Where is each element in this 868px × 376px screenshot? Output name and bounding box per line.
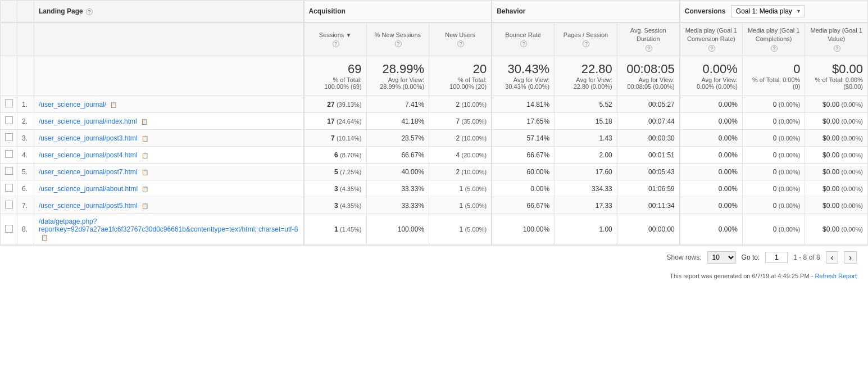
new-users-help-icon[interactable]: ? [457,40,464,47]
row-sessions-2: 7 (10.14%) [304,130,367,147]
analytics-table: Landing Page ? Acquisition Behavior Conv… [0,0,868,245]
summary-sessions: 69 % of Total: 100.00% (69) [304,56,367,96]
row-sessions-0: 27 (39.13%) [304,96,367,113]
sessions-sort-icon[interactable]: ▼ [346,31,351,39]
row-pct-new-1: 41.18% [366,113,429,130]
summary-sessions-sub: % of Total: 100.00% (69) [309,76,362,90]
row-checkbox-2[interactable] [5,133,13,141]
pct-new-help-icon[interactable]: ? [395,40,402,47]
col-num-header [17,22,34,56]
row-checkbox-1[interactable] [5,116,13,124]
pct-new-col-label: % New Sessions [375,31,421,38]
row-landing-7: /data/getpage.php?reportkey=92d97a27ae1f… [34,214,304,245]
landing-page-link-7[interactable]: /data/getpage.php?reportkey=92d97a27ae1f… [39,218,298,233]
copy-icon-0[interactable]: 📋 [110,102,117,108]
col-pages-header: Pages / Session ? [555,22,617,56]
landing-page-link-4[interactable]: /user_science_journal/post7.html [39,168,137,176]
table-row: 4. /user_science_journal/post4.html 📋 6 … [1,147,868,164]
landing-page-link-2[interactable]: /user_science_journal/post3.html [39,134,137,142]
row-check-7[interactable] [1,214,17,245]
landing-page-label: Landing Page [39,7,83,15]
show-rows-select[interactable]: 10 25 50 100 [707,251,736,264]
landing-page-link-5[interactable]: /user_science_journal/about.html [39,185,138,193]
landing-page-link-0[interactable]: /user_science_journal/ [39,101,106,108]
avg-session-help-icon[interactable]: ? [646,45,652,52]
landing-page-link-6[interactable]: /user_science_journal/post5.html [39,202,137,210]
row-check-5[interactable] [1,180,17,197]
row-check-2[interactable] [1,130,17,147]
landing-page-link-1[interactable]: /user_science_journal/index.html [39,117,137,125]
pages-help-icon[interactable]: ? [583,40,589,47]
row-check-6[interactable] [1,197,17,214]
row-bounce-3: 66.67% [492,147,555,164]
row-checkbox-6[interactable] [5,201,13,209]
goto-input[interactable] [765,252,788,263]
avg-session-col-label: Avg. Session Duration [630,27,666,42]
summary-conv-rate-sub: Avg for View: 0.00% (0.00%) [685,76,738,90]
table-row: 1. /user_science_journal/ 📋 27 (39.13%) … [1,96,868,113]
col-avg-session-header: Avg. Session Duration ? [617,22,680,56]
row-avg-session-0: 00:05:27 [617,96,680,113]
col-completions-header: Media play (Goal 1 Completions) ? [742,22,805,56]
row-landing-0: /user_science_journal/ 📋 [34,96,304,113]
row-check-1[interactable] [1,113,17,130]
landing-page-help-icon[interactable]: ? [86,8,93,15]
copy-icon-2[interactable]: 📋 [142,135,148,142]
conv-rate-help-icon[interactable]: ? [708,45,715,52]
row-check-3[interactable] [1,147,17,164]
refresh-report-link[interactable]: Refresh Report [815,273,857,279]
goal-dropdown[interactable]: Goal 1: Media play [731,5,805,17]
conversions-label: Conversions [685,7,726,15]
table-row: 6. /user_science_journal/about.html 📋 3 … [1,180,868,197]
row-num-2: 3. [17,130,34,147]
summary-new-users: 20 % of Total: 100.00% (20) [429,56,492,96]
copy-icon-3[interactable]: 📋 [142,152,148,158]
bounce-col-label: Bounce Rate [505,31,541,38]
row-pct-new-3: 66.67% [366,147,429,164]
copy-icon-7[interactable]: 📋 [41,234,48,241]
prev-page-button[interactable]: ‹ [826,251,839,264]
bounce-help-icon[interactable]: ? [520,40,527,47]
row-new-users-0: 2 (10.00%) [429,96,492,113]
row-check-0[interactable] [1,96,17,113]
landing-page-link-3[interactable]: /user_science_journal/post4.html [39,151,137,159]
row-checkbox-4[interactable] [5,167,13,175]
row-pct-new-6: 33.33% [366,197,429,214]
row-pages-6: 17.33 [555,197,617,214]
table-row: 7. /user_science_journal/post5.html 📋 3 … [1,197,868,214]
summary-completions-sub: % of Total: 0.00% (0) [747,76,801,90]
row-sessions-3: 6 (8.70%) [304,147,367,164]
row-checkbox-7[interactable] [5,225,13,233]
copy-icon-1[interactable]: 📋 [141,119,148,125]
group-header-row: Landing Page ? Acquisition Behavior Conv… [1,1,868,23]
row-pages-7: 1.00 [555,214,617,245]
goal-val-help-icon[interactable]: ? [834,45,840,52]
row-check-4[interactable] [1,164,17,180]
col-conv-rate-header: Media play (Goal 1 Conversion Rate) ? [680,22,743,56]
row-conv-rate-4: 0.00% [680,164,743,180]
goal-dropdown-wrapper[interactable]: Goal 1: Media play [731,5,805,17]
acquisition-group-header: Acquisition [304,1,492,23]
col-new-users-header: New Users ? [429,22,492,56]
sessions-help-icon[interactable]: ? [333,40,339,47]
row-completions-6: 0 (0.00%) [742,197,805,214]
row-checkbox-0[interactable] [5,99,13,107]
row-bounce-7: 100.00% [492,214,555,245]
row-num-4: 5. [17,164,34,180]
table-footer: Show rows: 10 25 50 100 Go to: 1 - 8 of … [0,245,868,269]
completions-help-icon[interactable]: ? [771,45,778,52]
table-row: 3. /user_science_journal/post3.html 📋 7 … [1,130,868,147]
row-new-users-7: 1 (5.00%) [429,214,492,245]
row-avg-session-5: 01:06:59 [617,180,680,197]
copy-icon-4[interactable]: 📋 [142,169,148,175]
row-completions-3: 0 (0.00%) [742,147,805,164]
behavior-group-header: Behavior [492,1,680,23]
col-sessions-header[interactable]: Sessions ▼ ? [304,22,367,56]
row-checkbox-3[interactable] [5,150,13,158]
row-new-users-1: 7 (35.00%) [429,113,492,130]
next-page-button[interactable]: › [844,251,857,264]
row-num-7: 8. [17,214,34,245]
copy-icon-6[interactable]: 📋 [142,203,148,209]
copy-icon-5[interactable]: 📋 [142,186,148,192]
row-checkbox-5[interactable] [5,184,13,192]
